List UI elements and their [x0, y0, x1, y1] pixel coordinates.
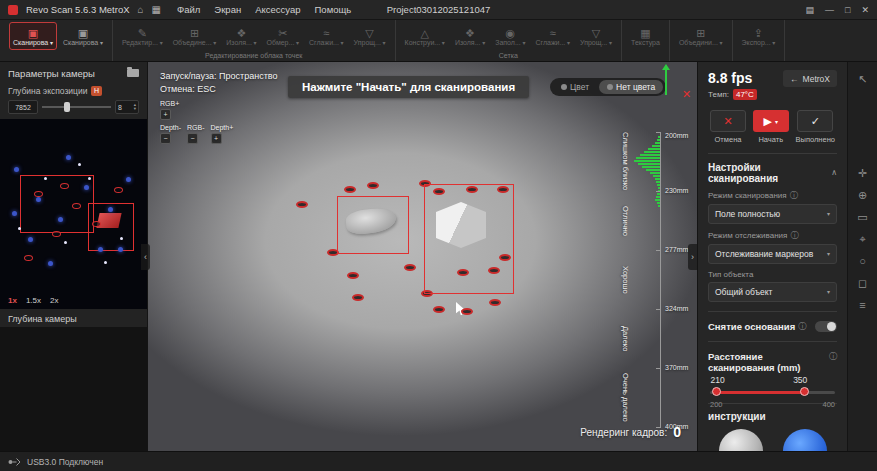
collapse-left-chevron-icon[interactable]: ‹	[141, 244, 150, 270]
scan-marker-1	[344, 186, 356, 193]
toolbar-button-2-0[interactable]: △Конструи... ▾	[401, 22, 449, 50]
zoom-in-icon[interactable]: ⊕	[858, 184, 867, 206]
blue-marker-dot	[14, 167, 19, 172]
menu-item-3[interactable]: Помощь	[315, 4, 352, 15]
rgb-plus-keycap: +	[160, 109, 171, 120]
depth-tick-label: 230mm	[665, 187, 688, 194]
collapse-right-chevron-icon[interactable]: ›	[688, 244, 697, 270]
minimize-button[interactable]: —	[825, 5, 834, 15]
maximize-button[interactable]: □	[845, 5, 850, 15]
close-depth-scale-icon[interactable]: ✕	[682, 88, 691, 101]
tool-label: Экспор... ▾	[742, 39, 776, 46]
blue-marker-dot	[36, 197, 41, 202]
toolbar-button-1-4[interactable]: ≈Сглажи... ▾	[305, 22, 348, 50]
menu-item-1[interactable]: Экран	[214, 4, 241, 15]
done-button[interactable]: ✓	[797, 110, 833, 132]
info-icon: ⓘ	[790, 230, 798, 241]
key-hint-label: RGB-	[187, 124, 205, 131]
scan-marker-17	[489, 299, 501, 306]
depth-tick-label: 277mm	[665, 246, 688, 253]
toolbar-button-3-0[interactable]: ▦Текстура	[627, 22, 664, 50]
target-icon[interactable]: ⌖	[859, 228, 865, 250]
pan-icon[interactable]: ✛	[858, 162, 867, 184]
exposure-value-field[interactable]: 7852	[8, 100, 38, 114]
start-scan-button[interactable]: ▶ ▾	[753, 110, 789, 132]
toolbar-button-1-5[interactable]: ▽Упрощ... ▾	[350, 22, 390, 50]
exposure-slider[interactable]	[42, 100, 111, 114]
list-icon[interactable]: ≡	[859, 294, 865, 316]
toolbar-group-row-3: ▦Текстура	[627, 22, 664, 50]
device-chip[interactable]: ← MetroX	[783, 70, 837, 87]
distance-low-handle[interactable]	[712, 387, 721, 396]
settings-header-label: Настройки сканирования	[708, 162, 831, 184]
settings-section-header[interactable]: Настройки сканирования ∧	[708, 162, 837, 184]
depth-scale-line	[660, 132, 661, 428]
depth-tick	[656, 309, 661, 310]
distance-high-handle[interactable]	[800, 387, 809, 396]
histogram-bar	[658, 205, 660, 207]
zoom-option-2x[interactable]: 2x	[50, 296, 58, 305]
distance-min: 200	[710, 400, 723, 409]
blue-marker-dot	[118, 247, 123, 252]
toolbar-button-0-1[interactable]: ▣Сканирова ▾	[59, 22, 107, 50]
instruction-thumb-gray[interactable]	[719, 429, 763, 451]
caret-down-icon: ▾	[827, 288, 830, 295]
toolbar: ▣Сканирова ▾▣Сканирова ▾ ✎Редактир... ▾⊞…	[0, 20, 877, 62]
scan-viewport[interactable]: Запуск/пауза: Пространство Отмена: ESC R…	[148, 62, 697, 451]
menu-bar: ФайлЭкранАксессуарПомощь	[177, 4, 351, 15]
close-button[interactable]: ✕	[861, 5, 869, 15]
key-hint-Depth+: Depth++	[211, 124, 234, 144]
white-marker-dot	[64, 241, 67, 244]
toolbar-button-2-4[interactable]: ▽Упрощ... ▾	[576, 22, 616, 50]
caret-down-icon: ▾	[339, 40, 344, 46]
toolbar-button-5-0[interactable]: ⇪Экспор... ▾	[738, 22, 780, 50]
toolbar-button-1-1[interactable]: ⊞Объедине... ▾	[169, 22, 221, 50]
app-logo-icon	[8, 5, 18, 15]
display-icon[interactable]: ▦	[152, 4, 161, 15]
project-title: Project03012025121047	[387, 4, 491, 15]
setting-dropdown-0[interactable]: Поле полностью▾	[708, 204, 837, 224]
window-controls: ▤ — □ ✕	[806, 5, 870, 15]
setting-dropdown-2[interactable]: Общий объект▾	[708, 282, 837, 302]
menu-item-2[interactable]: Аксессуар	[255, 4, 300, 15]
setting-dropdown-1[interactable]: Отслеживание маркеров▾	[708, 244, 837, 264]
exposure-controls: 7852 8 ▴ ▾	[0, 98, 147, 119]
blue-marker-dot	[58, 217, 63, 222]
toolbar-button-1-0[interactable]: ✎Редактир... ▾	[118, 22, 167, 50]
depth-tick	[656, 250, 661, 251]
toolbar-button-0-0[interactable]: ▣Сканирова ▾	[9, 22, 57, 50]
toolbar-button-1-3[interactable]: ✂Обмер... ▾	[263, 22, 303, 50]
home-icon[interactable]: ⌂	[138, 4, 144, 15]
stepper-down-icon[interactable]: ▾	[134, 107, 136, 111]
base-removal-row: Снятие основания ⓘ	[708, 321, 837, 332]
folder-open-icon[interactable]	[127, 69, 139, 77]
scan-marker-2	[367, 182, 379, 189]
layout-panels-icon[interactable]: ▤	[806, 5, 815, 15]
app-title: Revo Scan 5.6.3 MetroX	[26, 4, 130, 15]
circle-select-icon[interactable]: ○	[859, 250, 866, 272]
color-option[interactable]: Цвет	[553, 80, 597, 94]
zoom-option-1x[interactable]: 1x	[8, 296, 17, 305]
toolbar-button-1-2[interactable]: ❖Изоля... ▾	[222, 22, 260, 50]
toolbar-button-2-3[interactable]: ≈Сглажи... ▾	[531, 22, 574, 50]
histogram-bar	[640, 154, 660, 156]
cube-view-icon[interactable]: ◻	[858, 272, 867, 294]
no-color-option[interactable]: Нет цвета	[599, 80, 663, 94]
stepper-arrows-icon[interactable]: ▴ ▾	[134, 103, 136, 111]
zoom-option-1.5x[interactable]: 1.5x	[26, 296, 41, 305]
frame-select-icon[interactable]: ▭	[857, 206, 867, 228]
distance-range-slider[interactable]: 210 350 200 400	[708, 375, 837, 394]
toolbar-button-2-1[interactable]: ❖Изоля... ▾	[451, 22, 489, 50]
cancel-scan-button[interactable]: ✕	[710, 110, 746, 132]
instruction-thumb-blue[interactable]	[783, 429, 827, 451]
axis-gizmo-icon[interactable]	[656, 64, 676, 98]
scan-marker-13	[352, 294, 364, 301]
exposure-slider-knob[interactable]	[64, 102, 70, 112]
cursor-icon[interactable]: ↖	[858, 68, 867, 90]
menu-item-0[interactable]: Файл	[177, 4, 200, 15]
toolbar-button-2-2[interactable]: ◉Запол... ▾	[491, 22, 529, 50]
base-removal-toggle[interactable]	[815, 321, 837, 332]
hdr-badge[interactable]: H	[91, 86, 101, 96]
toolbar-button-4-0[interactable]: ⊞Объедини... ▾	[675, 22, 727, 50]
exposure-stepper[interactable]: 8 ▴ ▾	[115, 100, 139, 114]
